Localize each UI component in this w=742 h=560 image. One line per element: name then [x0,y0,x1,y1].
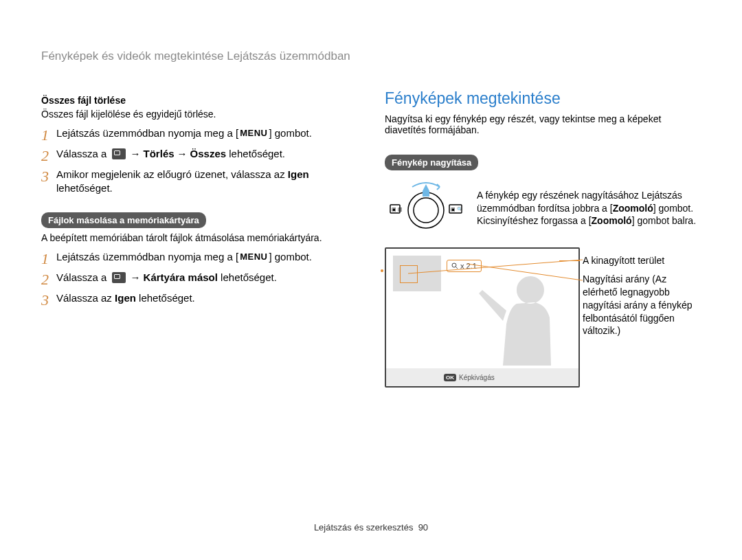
step-b1: 1 Lejátszás üzemmódban nyomja meg a [MEN… [41,250,357,267]
step-text: Válassza a →Törlés→Összes lehetőséget. [56,147,357,161]
footer-page-number: 90 [418,522,428,533]
viewing-photos-intro: Nagyítsa ki egy fénykép egy részét, vagy… [385,113,701,135]
crop-label: Képkivágás [459,374,495,381]
menu-label: MENU [238,251,269,263]
step-text: Lejátszás üzemmódban nyomja meg a [MENU]… [56,126,357,140]
zoom-keyword: Zoomoló [613,203,653,214]
page-footer: Lejátszás és szerkesztés 90 [0,522,742,533]
arrow-icon: → [177,147,188,161]
magnifier-icon [451,262,458,269]
page: Fényképek és videók megtekintése Lejátsz… [0,0,742,560]
step-keyword: Kártyára másol [144,271,218,283]
svg-text:▣ 🔍: ▣ 🔍 [451,206,463,212]
breadcrumb: Fényképek és videók megtekintése Lejátsz… [41,49,350,63]
step-a2: 2 Válassza a →Törlés→Összes lehetőséget. [41,147,357,164]
step-keyword: Törlés [144,148,175,159]
step-number: 2 [41,272,56,287]
arrow-icon: → [131,147,141,161]
svg-line-8 [456,267,458,269]
left-column: Összes fájl törlése Összes fájl kijelölé… [41,89,357,388]
step-text: Lejátszás üzemmódban nyomja meg a [MENU]… [56,250,357,264]
ok-badge: OK [444,374,456,381]
step-number: 3 [41,293,56,308]
step-a3: 3 Amikor megjelenik az előugró üzenet, v… [41,168,357,196]
step-fragment: ] gombot. [269,127,312,139]
step-fragment: lehetőséget. [136,292,195,304]
step-text: Válassza az Igen lehetőséget. [56,291,357,305]
step-a1: 1 Lejátszás üzemmódban nyomja meg a [MEN… [41,126,357,143]
copy-files-desc: A beépített memóriában tárolt fájlok átm… [41,232,357,243]
camera-screen-illustration: x 2.1 OK Képkivágás [385,247,580,388]
svg-point-7 [452,263,456,267]
annotation-zoom-ratio: Nagyítási arány (Az elérhető legnagyobb … [583,273,701,337]
delete-all-desc: Összes fájl kijelölése és egyidejű törlé… [41,109,357,120]
screen-annotation-block: x 2.1 OK Képkivágás [385,247,701,388]
zoom-instruction-text: A fénykép egy részének nagyításához Lejá… [477,189,701,228]
settings-icon [112,148,126,159]
zoom-keyword: Zoomoló [592,215,632,226]
step-number: 1 [41,128,56,143]
zoom-photo-badge: Fénykép nagyítása [385,155,478,170]
arrow-icon: → [131,271,141,284]
svg-point-1 [414,198,438,223]
svg-rect-6 [423,191,429,197]
step-number: 1 [41,251,56,267]
svg-text:▣ ▥: ▣ ▥ [392,207,403,212]
zoom-region-box [400,265,418,283]
step-keyword: Igen [288,168,309,180]
photo-silhouette [469,269,572,366]
step-fragment: lehetőséget. [218,271,277,283]
copy-files-badge: Fájlok másolása a memóriakártyára [41,212,206,228]
step-text: Válassza a →Kártyára másol lehetőséget. [56,271,357,284]
step-number: 2 [41,148,56,164]
step-fragment: Válassza a [56,271,110,283]
settings-icon [112,272,126,283]
zoom-instruction-area: ▣ ▥ ▣ 🔍 A fénykép egy részének n [385,181,701,235]
step-fragment: lehetőséget. [226,148,285,159]
step-b3: 3 Válassza az Igen lehetőséget. [41,291,357,308]
step-fragment: Válassza az [56,292,115,304]
viewing-photos-title: Fényképek megtekintése [385,89,701,108]
footer-section: Lejátszás és szerkesztés [314,522,414,533]
step-fragment: lehetőséget. [56,182,113,194]
step-number: 3 [41,169,56,184]
menu-label: MENU [238,127,269,139]
zoom-knob-illustration: ▣ ▥ ▣ 🔍 [385,181,467,235]
step-text: Amikor megjelenik az előugró üzenet, vál… [56,168,357,196]
step-fragment: Amikor megjelenik az előugró üzenet, vál… [56,168,288,180]
step-fragment: ] gombot. [269,251,312,262]
step-fragment: Lejátszás üzemmódban nyomja meg a [ [56,127,238,139]
step-keyword: Összes [190,148,227,159]
delete-all-title: Összes fájl törlése [41,95,357,106]
content-columns: Összes fájl törlése Összes fájl kijelölé… [41,89,701,388]
step-keyword: Igen [115,292,136,304]
screen-footer-strip: OK Képkivágás [386,368,578,386]
step-fragment: Lejátszás üzemmódban nyomja meg a [ [56,251,238,262]
zoom-text-fragment: ] gombot balra. [632,215,696,226]
navigator-thumb [393,256,441,291]
step-b2: 2 Válassza a →Kártyára másol lehetőséget… [41,271,357,287]
step-fragment: Válassza a [56,148,110,159]
annotation-zoom-area: A kinagyított terület [583,254,664,267]
right-column: Fényképek megtekintése Nagyítsa ki egy f… [385,89,701,388]
